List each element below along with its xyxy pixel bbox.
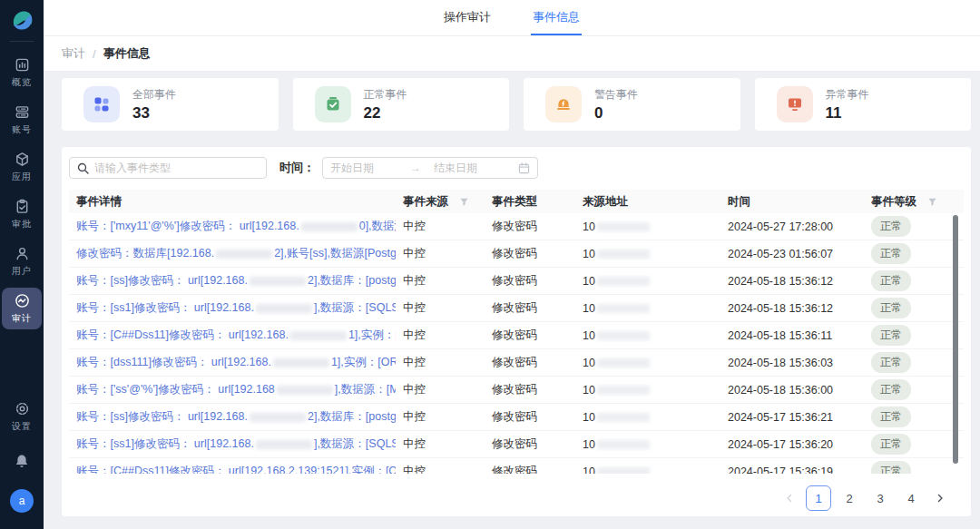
source-filter-icon[interactable] bbox=[459, 197, 469, 207]
breadcrumb-parent[interactable]: 审计 bbox=[62, 45, 85, 62]
tab-event-info[interactable]: 事件信息 bbox=[531, 9, 582, 35]
stat-card-0: 全部事件 33 bbox=[62, 78, 279, 131]
event-time-cell: 2024-05-17 15:36:21 bbox=[720, 411, 864, 424]
event-level-cell: 正常 bbox=[864, 243, 964, 264]
source-address-cell: 10 bbox=[575, 275, 720, 288]
table-body: 账号：['mxy11'@'%']修改密码： url[192.168.0],数据源… bbox=[69, 213, 964, 474]
table-row: 修改密码：数据库[192.168.2],账号[ss],数据源[PostgreSQ… bbox=[69, 240, 964, 268]
event-type-cell: 修改密码 bbox=[485, 328, 575, 343]
breadcrumb: 审计 / 事件信息 bbox=[44, 36, 980, 71]
sidebar-item-label: 审计 bbox=[12, 312, 32, 325]
sidebar-item-clipboard-check[interactable]: 审批 bbox=[2, 193, 42, 235]
event-type-cell: 修改密码 bbox=[485, 300, 575, 316]
event-detail-link[interactable]: 账号：[ss]修改密码： url[192.168.2],数据库：[postgre… bbox=[69, 409, 396, 425]
redacted-segment bbox=[273, 358, 329, 367]
breadcrumb-current: 事件信息 bbox=[103, 45, 151, 62]
range-arrow-icon: → bbox=[410, 162, 421, 174]
search-input[interactable] bbox=[69, 157, 267, 179]
main-area: 操作审计 事件信息 审计 / 事件信息 全部事件 33 正常事件 22 警告事件… bbox=[44, 0, 980, 529]
sidebar-item-gear[interactable]: 设置 bbox=[2, 396, 42, 437]
date-range-picker[interactable]: 开始日期 → 结束日期 bbox=[322, 157, 538, 179]
prev-page-icon[interactable] bbox=[779, 485, 800, 511]
end-date-placeholder[interactable]: 结束日期 bbox=[434, 161, 514, 176]
event-type-cell: 修改密码 bbox=[485, 355, 575, 370]
event-time-cell: 2024-05-18 15:36:11 bbox=[720, 329, 864, 342]
stat-card-value: 0 bbox=[594, 104, 638, 122]
page-button-4[interactable]: 4 bbox=[898, 485, 924, 511]
sidebar: 概览 账号 应用 审批 用户 审计 设置 a bbox=[0, 0, 44, 529]
redacted-segment bbox=[597, 467, 650, 475]
source-address-cell: 10 bbox=[575, 438, 720, 451]
event-detail-link[interactable]: 账号：[dss111]修改密码： url[192.168.1],实例：[ORCL… bbox=[69, 355, 396, 370]
stat-card-value: 22 bbox=[364, 104, 407, 122]
event-time-cell: 2024-05-23 01:56:07 bbox=[720, 248, 864, 260]
page-button-2[interactable]: 2 bbox=[837, 485, 862, 511]
next-page-icon[interactable] bbox=[929, 485, 951, 511]
table-row: 账号：['ss'@'%']修改密码： url[192.168],数据源：[MyS… bbox=[69, 377, 964, 404]
table-row: 账号：[dss111]修改密码： url[192.168.1],实例：[ORCL… bbox=[69, 349, 964, 377]
event-type-cell: 修改密码 bbox=[485, 436, 575, 452]
redacted-segment bbox=[597, 331, 650, 340]
event-type-search-field[interactable] bbox=[94, 162, 259, 174]
table-row: 账号：['mxy11'@'%']修改密码： url[192.168.0],数据源… bbox=[69, 213, 964, 240]
gear-icon bbox=[15, 401, 30, 416]
event-level-cell: 正常 bbox=[864, 298, 964, 318]
events-panel: 时间： 开始日期 → 结束日期 事件详情 bbox=[62, 147, 971, 516]
event-detail-link[interactable]: 账号：[C##Dss11]修改密码： url[192.168.1],实例：[OR… bbox=[69, 328, 396, 343]
source-address-cell: 10 bbox=[575, 411, 720, 424]
redacted-segment bbox=[597, 222, 650, 231]
notification-bell-icon[interactable] bbox=[14, 453, 30, 473]
event-detail-link[interactable]: 账号：[ss]修改密码： url[192.168.2],数据库：[postgre… bbox=[69, 273, 396, 289]
status-badge: 正常 bbox=[871, 379, 911, 400]
sidebar-item-bar-chart[interactable]: 概览 bbox=[2, 52, 42, 93]
table-row: 账号：[C##Dss11]修改密码： url[192.168.1],实例：[OR… bbox=[69, 322, 964, 349]
page-button-1[interactable]: 1 bbox=[806, 485, 831, 511]
event-time-cell: 2024-05-18 15:36:12 bbox=[720, 275, 864, 288]
source-address-cell: 10 bbox=[575, 357, 720, 369]
table-row: 账号：[ss]修改密码： url[192.168.2],数据库：[postgre… bbox=[69, 268, 964, 295]
col-event-detail: 事件详情 bbox=[69, 194, 396, 210]
top-tab-bar: 操作审计 事件信息 bbox=[44, 0, 980, 36]
event-time-cell: 2024-05-18 15:36:00 bbox=[720, 384, 864, 397]
event-source-cell: 中控 bbox=[396, 219, 485, 234]
breadcrumb-separator: / bbox=[93, 47, 96, 61]
event-source-cell: 中控 bbox=[396, 328, 485, 343]
redacted-segment bbox=[597, 358, 650, 367]
event-detail-link[interactable]: 账号：['ss'@'%']修改密码： url[192.168],数据源：[MyS… bbox=[69, 382, 396, 397]
filter-row: 时间： 开始日期 → 结束日期 bbox=[69, 157, 964, 190]
sidebar-divider bbox=[10, 41, 34, 42]
page-button-3[interactable]: 3 bbox=[867, 485, 893, 511]
event-detail-link[interactable]: 账号：[ss1]修改密码： url[192.168.],数据源：[SQLServ… bbox=[69, 436, 396, 452]
user-avatar[interactable]: a bbox=[10, 489, 34, 513]
start-date-placeholder[interactable]: 开始日期 bbox=[330, 161, 410, 176]
event-detail-link[interactable]: 修改密码：数据库[192.168.2],账号[ss],数据源[PostgreSQ… bbox=[69, 246, 396, 261]
sidebar-item-user[interactable]: 用户 bbox=[2, 240, 42, 282]
level-filter-icon[interactable] bbox=[927, 197, 937, 207]
stat-card-value: 33 bbox=[132, 104, 176, 122]
redacted-segment bbox=[216, 250, 272, 259]
sidebar-item-activity[interactable]: 审计 bbox=[2, 288, 42, 329]
table-scrollbar[interactable] bbox=[953, 215, 958, 464]
event-detail-link[interactable]: 账号：[ss1]修改密码： url[192.168.],数据源：[SQLServ… bbox=[69, 300, 396, 316]
table-row: 账号：[ss]修改密码： url[192.168.2],数据库：[postgre… bbox=[69, 404, 964, 431]
content-area: 全部事件 33 正常事件 22 警告事件 0 异常事件 11 bbox=[44, 71, 980, 529]
tab-operation-audit[interactable]: 操作审计 bbox=[442, 9, 493, 35]
redacted-segment bbox=[597, 413, 650, 422]
status-badge: 正常 bbox=[871, 407, 911, 427]
event-level-cell: 正常 bbox=[864, 352, 964, 373]
stat-card-title: 警告事件 bbox=[594, 87, 638, 103]
col-time: 时间 bbox=[720, 194, 864, 210]
stat-card-3: 异常事件 11 bbox=[755, 78, 972, 131]
event-source-cell: 中控 bbox=[396, 300, 485, 316]
bar-chart-icon bbox=[15, 57, 30, 73]
sidebar-item-servers[interactable]: 账号 bbox=[2, 99, 42, 141]
event-detail-link[interactable]: 账号：[C##Dss11]修改密码： url[192.168.2.139:152… bbox=[69, 464, 396, 474]
event-type-cell: 修改密码 bbox=[485, 382, 575, 397]
event-type-cell: 修改密码 bbox=[485, 273, 575, 289]
event-detail-link[interactable]: 账号：['mxy11'@'%']修改密码： url[192.168.0],数据源… bbox=[69, 219, 396, 234]
sidebar-item-label: 审批 bbox=[12, 218, 32, 230]
sidebar-item-cube[interactable]: 应用 bbox=[2, 146, 42, 188]
event-source-cell: 中控 bbox=[396, 246, 485, 261]
event-level-cell: 正常 bbox=[864, 434, 964, 455]
col-event-source: 事件来源 bbox=[396, 194, 485, 210]
